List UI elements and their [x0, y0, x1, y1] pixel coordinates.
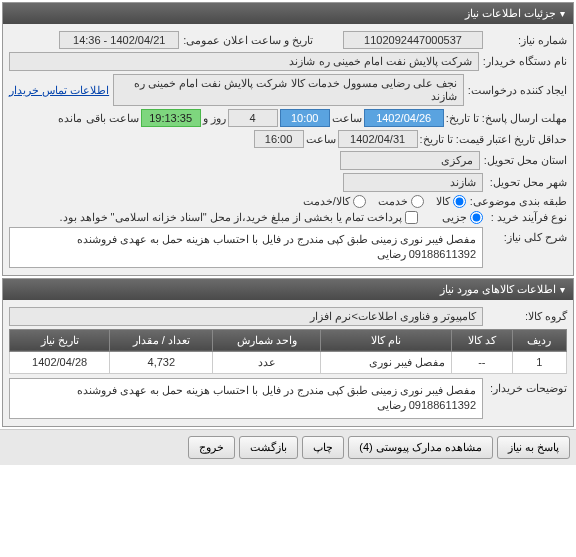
summary-text: مفصل فیبر نوری زمینی طبق کپی مندرج در فا… [9, 227, 483, 268]
proc-partial-radio[interactable] [470, 211, 483, 224]
group-label: گروه کالا: [487, 310, 567, 323]
deadline-date: 1402/04/26 [364, 109, 444, 127]
panel2-body: گروه کالا: کامپیوتر و فناوری اطلاعات>نرم… [3, 300, 573, 426]
th-date: تاریخ نیاز [10, 329, 110, 351]
panel2-title: اطلاعات كالاهای مورد نیاز [440, 283, 556, 296]
exit-button[interactable]: خروج [188, 436, 235, 459]
cat-goods-radio[interactable] [453, 195, 466, 208]
city-label: شهر محل تحویل: [487, 176, 567, 189]
req-no-label: شماره نیاز: [487, 34, 567, 47]
button-bar: پاسخ به نیاز مشاهده مدارک پیوستی (4) چاپ… [0, 429, 576, 465]
goods-info-panel: ▾ اطلاعات كالاهای مورد نیاز گروه کالا: ک… [2, 278, 574, 427]
chevron-down-icon: ▾ [560, 284, 565, 295]
table-header-row: ردیف کد کالا نام کالا واحد شمارش تعداد /… [10, 329, 567, 351]
cat-goods[interactable]: کالا [436, 195, 466, 208]
creator-field: نجف علی رضایی مسوول خدمات کالا شرکت پالا… [113, 74, 464, 106]
cell-unit: عدد [213, 351, 321, 373]
cat-goods-service-radio[interactable] [353, 195, 366, 208]
cell-idx: 1 [512, 351, 566, 373]
chevron-down-icon: ▾ [560, 8, 565, 19]
valid-label: حداقل تاریخ اعتبار قیمت: تا تاریخ: [420, 133, 567, 146]
valid-date: 1402/04/31 [338, 130, 418, 148]
cell-qty: 4,732 [110, 351, 213, 373]
announce-label: تاریخ و ساعت اعلان عمومی: [183, 34, 313, 47]
goods-table: ردیف کد کالا نام کالا واحد شمارش تعداد /… [9, 329, 567, 374]
th-qty: تعداد / مقدار [110, 329, 213, 351]
proc-note: پرداخت تمام یا بخشی از مبلغ خرید،از محل … [59, 211, 402, 224]
cell-date: 1402/04/28 [10, 351, 110, 373]
desc-text: مفصل فیبر نوری زمینی طبق کپی مندرج در فا… [9, 378, 483, 419]
countdown: 19:13:35 [141, 109, 201, 127]
days-after: روز و [203, 112, 226, 125]
group-field: کامپیوتر و فناوری اطلاعات>نرم افزار [9, 307, 483, 326]
creator-label: ایجاد کننده درخواست: [468, 84, 567, 97]
proc-partial[interactable]: جزیی [442, 211, 483, 224]
remain-label: ساعت باقی مانده [58, 112, 138, 125]
th-unit: واحد شمارش [213, 329, 321, 351]
category-radio-group: کالا خدمت کالا/خدمت [303, 195, 466, 208]
org-field: شرکت پالایش نفت امام خمینی ره شازند [9, 52, 479, 71]
time-label-1: ساعت [332, 112, 362, 125]
time-label-2: ساعت [306, 133, 336, 146]
attachments-button[interactable]: مشاهده مدارک پیوستی (4) [348, 436, 493, 459]
table-row[interactable]: 1 -- مفصل فیبر نوری عدد 4,732 1402/04/28 [10, 351, 567, 373]
proc-note-check[interactable] [405, 211, 418, 224]
panel2-header[interactable]: ▾ اطلاعات كالاهای مورد نیاز [3, 279, 573, 300]
proc-radio-group: جزیی [442, 211, 483, 224]
respond-button[interactable]: پاسخ به نیاز [497, 436, 570, 459]
proc-note-item[interactable]: پرداخت تمام یا بخشی از مبلغ خرید،از محل … [59, 211, 418, 224]
org-label: نام دستگاه خریدار: [483, 55, 567, 68]
cat-service[interactable]: خدمت [378, 195, 424, 208]
province-field: مرکزی [340, 151, 480, 170]
category-label: طبقه بندی موضوعی: [470, 195, 567, 208]
province-label: استان محل تحویل: [484, 154, 567, 167]
announce-field: 1402/04/21 - 14:36 [59, 31, 179, 49]
req-no-field: 1102092447000537 [343, 31, 483, 49]
th-idx: ردیف [512, 329, 566, 351]
valid-time: 16:00 [254, 130, 304, 148]
city-field: شازند [343, 173, 483, 192]
panel-header[interactable]: ▾ جزئیات اطلاعات نیاز [3, 3, 573, 24]
back-button[interactable]: بازگشت [239, 436, 298, 459]
cell-code: -- [452, 351, 512, 373]
proc-label: نوع فرآیند خرید : [487, 211, 567, 224]
desc-label: توضیحات خریدار: [487, 378, 567, 395]
need-details-panel: ▾ جزئیات اطلاعات نیاز شماره نیاز: 110209… [2, 2, 574, 276]
th-name: نام کالا [320, 329, 451, 351]
panel-body: شماره نیاز: 1102092447000537 تاریخ و ساع… [3, 24, 573, 275]
th-code: کد کالا [452, 329, 512, 351]
summary-label: شرح کلی نیاز: [487, 227, 567, 244]
cat-goods-service[interactable]: کالا/خدمت [303, 195, 366, 208]
days-val: 4 [228, 109, 278, 127]
deadline-time: 10:00 [280, 109, 330, 127]
deadline-label: مهلت ارسال پاسخ: تا تاریخ: [446, 112, 567, 125]
panel-title: جزئیات اطلاعات نیاز [465, 7, 556, 20]
print-button[interactable]: چاپ [302, 436, 344, 459]
cat-service-radio[interactable] [411, 195, 424, 208]
cell-name: مفصل فیبر نوری [320, 351, 451, 373]
contact-link[interactable]: اطلاعات تماس خریدار [9, 84, 109, 97]
